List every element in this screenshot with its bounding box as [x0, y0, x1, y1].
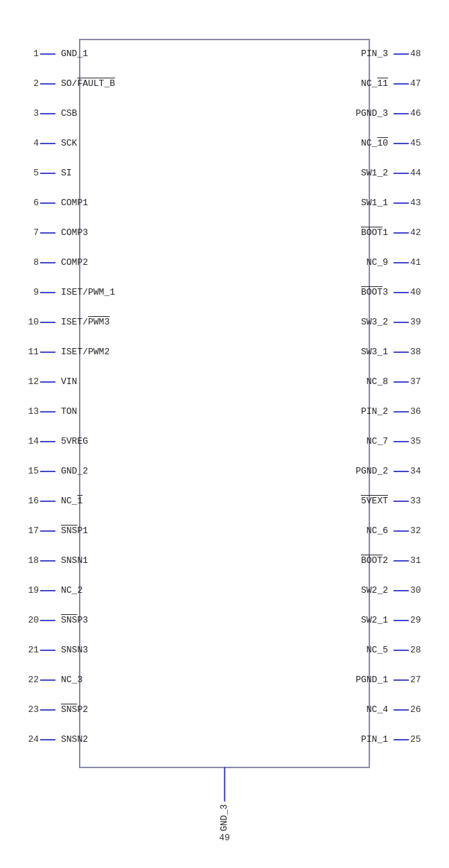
pin-line — [394, 262, 409, 263]
pin-number: 37 — [409, 376, 425, 387]
ic-body — [79, 39, 370, 768]
pin-line — [394, 292, 409, 293]
bottom-pin-number: 49 — [219, 833, 230, 843]
pin-label: VIN — [55, 376, 77, 387]
pin-number: 25 — [409, 734, 425, 745]
pin-label: SNSP3 — [55, 615, 88, 625]
pin-number: 14 — [24, 436, 40, 446]
pin-row-left: 10ISET/PWM3 — [24, 307, 115, 337]
pin-row-right: 335VEXT — [355, 486, 425, 516]
pin-number: 9 — [24, 287, 40, 297]
pin-number: 18 — [24, 555, 40, 566]
pin-number: 36 — [409, 406, 425, 417]
pin-row-left: 5SI — [24, 158, 115, 188]
pin-line — [394, 411, 409, 413]
pin-row-right: 44SW1_2 — [355, 158, 425, 188]
pin-row-left: 19NC_2 — [24, 575, 115, 605]
pin-label: NC_6 — [367, 526, 394, 536]
pin-number: 11 — [24, 347, 40, 357]
pin-line — [394, 113, 409, 114]
pin-number: 42 — [409, 227, 425, 238]
pin-number: 3 — [24, 108, 40, 119]
pin-line — [40, 351, 55, 353]
pin-line — [394, 83, 409, 85]
pin-line — [394, 620, 409, 621]
pin-row-right: 28NC_5 — [355, 635, 425, 665]
pin-line — [394, 590, 409, 591]
pin-line — [394, 381, 409, 383]
pin-label: SW3_1 — [361, 347, 394, 357]
pin-row-left: 11ISET/PWM2 — [24, 337, 115, 367]
pin-line — [40, 471, 55, 472]
pin-row-left: 12VIN — [24, 367, 115, 397]
pin-label: PIN_3 — [361, 49, 394, 59]
pin-row-left: 21SNSN3 — [24, 635, 115, 665]
pin-row-right: 37NC_8 — [355, 367, 425, 397]
pin-number: 8 — [24, 257, 40, 268]
pin-label: SW2_1 — [361, 615, 394, 625]
pin-label: NC_1 — [55, 496, 82, 506]
pin-number: 33 — [409, 496, 425, 506]
pin-label: 5VEXT — [361, 496, 394, 506]
pin-row-right: 45NC_10 — [355, 128, 425, 158]
pin-label: SCK — [55, 138, 77, 148]
pin-label: 5VREG — [55, 436, 88, 446]
pin-label: SNSP2 — [55, 704, 88, 715]
pin-line — [40, 322, 55, 323]
pin-label: CSB — [55, 108, 77, 119]
pin-label: NC_5 — [367, 645, 394, 655]
pin-row-right: 35NC_7 — [355, 426, 425, 456]
pin-line — [394, 351, 409, 353]
pin-line — [40, 381, 55, 383]
bottom-pin-label: GND_3 — [219, 804, 229, 831]
pin-row-left: 9ISET/PWM_1 — [24, 277, 115, 307]
pin-number: 15 — [24, 466, 40, 476]
pin-line — [394, 441, 409, 442]
pin-row-right: 26NC_4 — [355, 695, 425, 724]
pin-number: 29 — [409, 615, 425, 625]
pin-row-left: 7COMP3 — [24, 218, 115, 248]
pin-number: 7 — [24, 227, 40, 238]
pin-row-right: 32NC_6 — [355, 516, 425, 546]
pin-label: NC_7 — [367, 436, 394, 446]
bottom-pin: GND_349 — [219, 767, 230, 843]
pin-number: 2 — [24, 78, 40, 89]
pin-line — [40, 501, 55, 502]
pin-line — [40, 590, 55, 591]
pin-row-left: 3CSB — [24, 98, 115, 128]
pin-label: SW1_2 — [361, 168, 394, 178]
pin-label: COMP2 — [55, 257, 88, 268]
pin-line — [394, 709, 409, 711]
pin-line — [394, 202, 409, 204]
pin-number: 39 — [409, 317, 425, 327]
pin-label: SI — [55, 168, 72, 178]
pin-row-right: 36PIN_2 — [355, 397, 425, 426]
pin-label: NC_9 — [367, 257, 394, 268]
pin-number: 43 — [409, 198, 425, 208]
pin-row-left: 6COMP1 — [24, 188, 115, 218]
pin-number: 38 — [409, 347, 425, 357]
pin-label: SNSN2 — [55, 734, 88, 745]
pin-row-left: 2SO/FAULT_B — [24, 69, 115, 98]
pin-row-right: 39SW3_2 — [355, 307, 425, 337]
pin-row-left: 8COMP2 — [24, 248, 115, 277]
pin-label: GND_1 — [55, 49, 88, 59]
pin-line — [394, 501, 409, 502]
pin-line — [394, 530, 409, 532]
pin-row-right: 43SW1_1 — [355, 188, 425, 218]
pin-label: SNSN1 — [55, 555, 88, 566]
pin-number: 5 — [24, 168, 40, 178]
pin-number: 6 — [24, 198, 40, 208]
pin-row-left: 15GND_2 — [24, 456, 115, 486]
pin-number: 4 — [24, 138, 40, 148]
pin-number: 41 — [409, 257, 425, 268]
pin-label: SNSN3 — [55, 645, 88, 655]
pin-row-right: 30SW2_2 — [355, 575, 425, 605]
pin-row-right: 34PGND_2 — [355, 456, 425, 486]
pin-label: ISET/PWM3 — [55, 317, 109, 327]
pin-number: 30 — [409, 585, 425, 596]
pin-line — [40, 441, 55, 442]
pin-label: NC_3 — [55, 675, 82, 685]
pin-line — [40, 530, 55, 532]
pin-label: COMP3 — [55, 227, 88, 238]
